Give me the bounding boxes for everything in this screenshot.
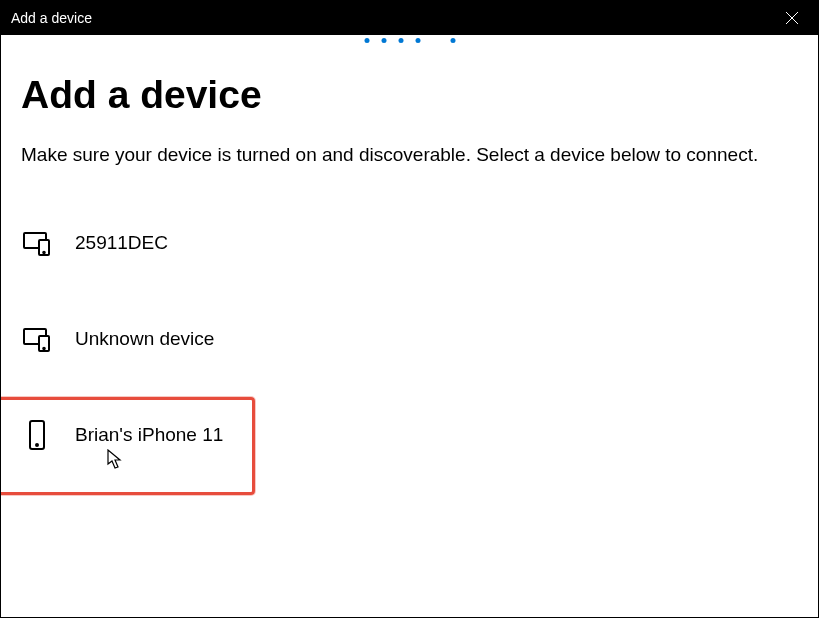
titlebar-title: Add a device <box>11 10 92 26</box>
device-label: 25911DEC <box>75 232 168 254</box>
device-label: Brian's iPhone 11 <box>75 424 223 446</box>
svg-point-7 <box>43 347 45 349</box>
close-icon <box>785 11 799 25</box>
dialog-heading: Add a device <box>21 73 798 117</box>
device-item[interactable]: Unknown device <box>21 305 798 373</box>
device-item[interactable]: 25911DEC <box>21 209 798 277</box>
titlebar: Add a device <box>1 1 818 35</box>
dialog-description: Make sure your device is turned on and d… <box>21 141 781 169</box>
dialog-content: Add a device Make sure your device is tu… <box>1 35 818 489</box>
multi-device-icon <box>21 323 53 355</box>
svg-point-4 <box>43 251 45 253</box>
phone-icon <box>21 419 53 451</box>
device-item[interactable]: Brian's iPhone 11 <box>21 401 798 469</box>
close-button[interactable] <box>770 1 814 35</box>
multi-device-icon <box>21 227 53 259</box>
svg-point-9 <box>36 444 38 446</box>
device-list: 25911DEC Unknown device Brian's iPhone 1… <box>21 209 798 469</box>
device-label: Unknown device <box>75 328 214 350</box>
